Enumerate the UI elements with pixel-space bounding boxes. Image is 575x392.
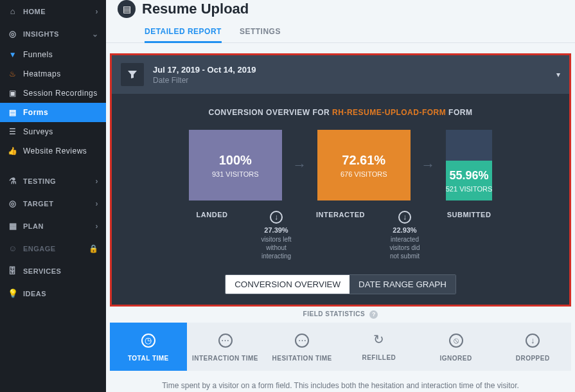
lock-icon: 🔒 (89, 244, 99, 253)
label-landed: LANDED (166, 211, 259, 260)
tab-detailed-report[interactable]: DETAILED REPORT (145, 22, 222, 42)
nav-label: ENGAGE (23, 245, 56, 253)
form-name: RH-RESUME-UPLOAD-FORM (332, 108, 446, 117)
card-interacted: 72.61% 676 VISITORS (317, 130, 411, 200)
nav-label: SERVICES (23, 267, 61, 275)
dropoff-2: ↓ 22.93% interacted visitors did not sub… (387, 211, 423, 260)
nav-engage[interactable]: ☺ ENGAGE 🔒 (0, 237, 106, 260)
fstab-interaction-time[interactable]: ⋯ INTERACTION TIME (187, 323, 264, 371)
bulb-icon: 💡 (8, 289, 18, 298)
conversion-labels: LANDED ↓ 27.39% visitors left without in… (112, 207, 569, 269)
field-stats-description: Time spent by a visitor on a form field.… (110, 371, 571, 392)
face-meh-icon: ⋯ (295, 334, 309, 348)
sidebar-item-website-reviews[interactable]: 👍 Website Reviews (0, 141, 106, 161)
toggle-date-range-graph[interactable]: DATE RANGE GRAPH (349, 275, 456, 294)
sidebar-item-label: Heatmaps (23, 69, 61, 78)
label-submitted: SUBMITTED (423, 211, 516, 260)
dropdown-icon: ▾ (556, 70, 560, 79)
card-landed: 100% 931 VISITORS (189, 130, 282, 200)
landed-visitors: 931 VISITORS (212, 170, 259, 178)
form-icon: ▤ (8, 108, 18, 117)
conversion-title: CONVERSION OVERVIEW FOR RH-RESUME-UPLOAD… (112, 94, 569, 130)
chevron-right-icon: › (96, 7, 99, 16)
target-icon: ◎ (8, 199, 18, 208)
funnel-icon: ▼ (8, 50, 18, 59)
fstab-refilled[interactable]: ↻ REFILLED (341, 323, 418, 371)
down-arrow-icon: ↓ (398, 211, 411, 224)
flame-icon: ♨ (8, 69, 18, 78)
sidebar-item-label: Forms (23, 108, 48, 117)
main: ▤ Resume Upload DETAILED REPORT SETTINGS… (106, 0, 575, 392)
nav-plan[interactable]: ▦ PLAN › (0, 215, 106, 237)
titlebar: ▤ Resume Upload (106, 0, 575, 18)
nav-ideas[interactable]: 💡 IDEAS (0, 282, 106, 305)
interacted-visitors: 676 VISITORS (341, 170, 387, 178)
video-icon: ▣ (8, 89, 18, 98)
sidebar-item-heatmaps[interactable]: ♨ Heatmaps (0, 64, 106, 84)
help-icon[interactable]: ? (369, 310, 378, 319)
fstab-total-time[interactable]: ◷ TOTAL TIME (110, 323, 187, 371)
filter-icon (121, 63, 144, 86)
home-icon: ⌂ (8, 6, 18, 16)
arrow-icon: → (282, 130, 317, 200)
submitted-visitors: 521 VISITORS (446, 185, 493, 193)
arrow-icon: → (411, 130, 446, 200)
face-icon: ⋯ (218, 334, 233, 348)
date-label: Date Filter (153, 76, 256, 85)
fstab-hesitation-time[interactable]: ⋯ HESITATION TIME (263, 323, 341, 371)
chevron-right-icon: › (96, 199, 99, 208)
conversion-cards: 100% 931 VISITORS → 72.61% 676 VISITORS … (112, 130, 569, 207)
thumb-icon: 👍 (8, 147, 18, 156)
chevron-down-icon: ⌄ (92, 30, 99, 39)
nav-label: TESTING (23, 177, 56, 185)
nav-label: INSIGHTS (23, 30, 59, 38)
date-range: Jul 17, 2019 - Oct 14, 2019 (153, 65, 256, 75)
sidebar-item-surveys[interactable]: ☰ Surveys (0, 122, 106, 141)
nav-label: TARGET (23, 200, 53, 208)
nav-services[interactable]: 🗄 SERVICES (0, 260, 106, 282)
dropoff-1: ↓ 27.39% visitors left without interacti… (259, 211, 294, 260)
sidebar-item-session-recordings[interactable]: ▣ Session Recordings (0, 84, 106, 103)
sidebar-item-label: Funnels (23, 50, 53, 59)
content: Jul 17, 2019 - Oct 14, 2019 Date Filter … (106, 43, 575, 392)
sidebar-item-label: Session Recordings (23, 89, 98, 98)
landed-pct: 100% (219, 153, 252, 168)
sidebar-item-funnels[interactable]: ▼ Funnels (0, 45, 106, 64)
ignore-icon: ⦸ (449, 334, 463, 348)
nav-label: HOME (23, 8, 46, 15)
survey-icon: ☰ (8, 127, 18, 136)
sidebar: ⌂ HOME › ◎ INSIGHTS ⌄ ▼ Funnels ♨ Heatma… (0, 0, 106, 392)
page-title: Resume Upload (142, 1, 249, 17)
nav-insights[interactable]: ◎ INSIGHTS ⌄ (0, 22, 106, 45)
submitted-pct: 55.96% (449, 169, 488, 183)
nav-label: PLAN (23, 222, 44, 230)
sidebar-item-forms[interactable]: ▤ Forms (0, 103, 106, 122)
clock-icon: ◷ (141, 334, 155, 348)
briefcase-icon: 🗄 (8, 266, 18, 276)
view-toggle: CONVERSION OVERVIEW DATE RANGE GRAPH (112, 269, 569, 305)
toggle-conversion-overview[interactable]: CONVERSION OVERVIEW (226, 275, 349, 294)
nav-home[interactable]: ⌂ HOME › (0, 0, 106, 22)
sidebar-item-label: Website Reviews (23, 147, 87, 156)
chevron-right-icon: › (96, 177, 99, 186)
nav-label: IDEAS (23, 290, 46, 298)
like-icon: ☺ (8, 244, 18, 253)
eye-icon: ◎ (8, 29, 18, 39)
nav-testing[interactable]: ⚗ TESTING › (0, 170, 106, 192)
fstab-dropped[interactable]: ↓ DROPPED (494, 323, 571, 371)
card-submitted: 55.96% 521 VISITORS (446, 130, 493, 200)
calendar-icon: ▦ (8, 221, 18, 231)
down-arrow-icon: ↓ (270, 211, 283, 224)
tab-settings[interactable]: SETTINGS (240, 22, 281, 42)
flask-icon: ⚗ (8, 176, 18, 186)
interacted-pct: 72.61% (342, 153, 385, 168)
conversion-panel: Jul 17, 2019 - Oct 14, 2019 Date Filter … (110, 53, 571, 307)
nav-target[interactable]: ◎ TARGET › (0, 192, 106, 215)
label-interacted: INTERACTED (294, 211, 387, 260)
sidebar-item-label: Surveys (23, 127, 53, 136)
field-stats-tabs: ◷ TOTAL TIME ⋯ INTERACTION TIME ⋯ HESITA… (110, 323, 571, 371)
fstab-ignored[interactable]: ⦸ IGNORED (418, 323, 495, 371)
chevron-right-icon: › (96, 222, 99, 231)
date-filter[interactable]: Jul 17, 2019 - Oct 14, 2019 Date Filter … (112, 55, 569, 94)
drop-icon: ↓ (526, 334, 540, 348)
